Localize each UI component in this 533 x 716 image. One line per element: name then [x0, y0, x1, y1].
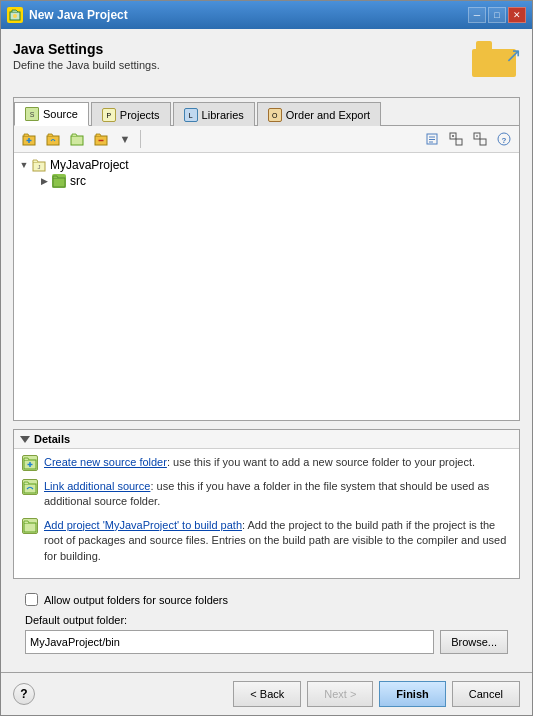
svg-text:?: ? [502, 136, 507, 145]
add-project-build-path-link[interactable]: Add project 'MyJavaProject' to build pat… [44, 519, 242, 531]
title-bar-left: New Java Project [7, 7, 128, 23]
project-name: MyJavaProject [50, 158, 129, 172]
svg-rect-24 [53, 178, 65, 187]
details-toggle-icon [20, 436, 30, 443]
project-node-icon: J [32, 158, 46, 172]
details-body: Create new source folder: use this if yo… [14, 449, 519, 578]
window-icon [7, 7, 23, 23]
browse-button[interactable]: Browse... [440, 630, 508, 654]
main-window: New Java Project ─ □ ✕ Java Settings Def… [0, 0, 533, 716]
detail-item-link-additional: Link additional source: use this if you … [22, 479, 511, 510]
finish-button[interactable]: Finish [379, 681, 445, 707]
libraries-tab-icon: L [184, 108, 198, 122]
project-svg-icon: J [32, 158, 46, 172]
project-expand-toggle[interactable]: ▼ [18, 159, 30, 171]
minimize-button[interactable]: ─ [468, 7, 486, 23]
tab-projects[interactable]: P Projects [91, 102, 171, 126]
tab-bar: S Source P Projects L Libraries O Order … [14, 98, 519, 126]
dialog-title: Java Settings [13, 41, 160, 57]
window-title: New Java Project [29, 8, 128, 22]
header-section: Java Settings Define the Java build sett… [13, 41, 520, 89]
bottom-bar: ? < Back Next > Finish Cancel [1, 672, 532, 715]
add-source-folder-button[interactable] [18, 128, 40, 150]
source-tab-icon: S [25, 107, 39, 121]
output-folder-input-row: Browse... [25, 630, 508, 654]
output-folder-row: Default output folder: Browse... [25, 614, 508, 654]
output-folder-label: Default output folder: [25, 614, 508, 626]
svg-text:J: J [38, 164, 41, 170]
title-bar: New Java Project ─ □ ✕ [1, 1, 532, 29]
collapse-all-button[interactable] [469, 128, 491, 150]
close-button[interactable]: ✕ [508, 7, 526, 23]
svg-rect-29 [24, 523, 36, 532]
toolbar-separator [140, 130, 141, 148]
detail-text-link-additional: Link additional source: use this if you … [44, 479, 511, 510]
maximize-button[interactable]: □ [488, 7, 506, 23]
allow-output-folders-label: Allow output folders for source folders [44, 594, 228, 606]
order-tab-icon: O [268, 108, 282, 122]
src-node-icon [52, 174, 66, 188]
header-text: Java Settings Define the Java build sett… [13, 41, 160, 71]
svg-point-1 [13, 14, 17, 18]
cancel-button[interactable]: Cancel [452, 681, 520, 707]
svg-rect-14 [456, 139, 462, 145]
source-tree[interactable]: ▼ J MyJavaProject ▶ [14, 153, 519, 420]
add-project-icon [22, 518, 38, 534]
output-folder-input[interactable] [25, 630, 434, 654]
tree-toolbar: ▼ [14, 126, 519, 153]
projects-tab-icon: P [102, 108, 116, 122]
back-button[interactable]: < Back [233, 681, 301, 707]
remove-button[interactable] [90, 128, 112, 150]
tabs-container: S Source P Projects L Libraries O Order … [13, 97, 520, 421]
details-header[interactable]: Details [14, 430, 519, 449]
details-section: Details Create new source folder: use th… [13, 429, 520, 579]
project-tree-item[interactable]: ▼ J MyJavaProject [14, 157, 519, 173]
svg-rect-28 [24, 484, 36, 493]
svg-rect-5 [47, 136, 59, 145]
allow-output-folders-row: Allow output folders for source folders [25, 593, 508, 606]
detail-item-add-project: Add project 'MyJavaProject' to build pat… [22, 518, 511, 564]
src-tree-item[interactable]: ▶ src [14, 173, 519, 189]
bottom-options: Allow output folders for source folders … [13, 587, 520, 660]
tree-help-button[interactable]: ? [493, 128, 515, 150]
window-controls: ─ □ ✕ [468, 7, 526, 23]
configure-includes-button[interactable] [421, 128, 443, 150]
link-additional-icon [22, 479, 38, 495]
folder-arrow-icon: ↗ [505, 43, 522, 67]
expand-all-button[interactable] [445, 128, 467, 150]
detail-item-create-new: Create new source folder: use this if yo… [22, 455, 511, 471]
create-new-icon [22, 455, 38, 471]
help-button[interactable]: ? [13, 683, 35, 705]
navigation-buttons: < Back Next > Finish Cancel [233, 681, 520, 707]
tab-order-export[interactable]: O Order and Export [257, 102, 381, 126]
detail-text-create-new: Create new source folder: use this if yo… [44, 455, 475, 470]
dropdown-button[interactable]: ▼ [114, 128, 136, 150]
details-label: Details [34, 433, 70, 445]
link-source-button[interactable] [42, 128, 64, 150]
next-button[interactable]: Next > [307, 681, 373, 707]
dialog-subtitle: Define the Java build settings. [13, 59, 160, 71]
add-existing-button[interactable] [66, 128, 88, 150]
svg-rect-18 [480, 139, 486, 145]
src-folder-icon [52, 174, 66, 188]
allow-output-folders-checkbox[interactable] [25, 593, 38, 606]
tab-libraries[interactable]: L Libraries [173, 102, 255, 126]
toolbar-right: ? [421, 128, 515, 150]
src-expand-toggle[interactable]: ▶ [38, 175, 50, 187]
link-additional-source-link[interactable]: Link additional source [44, 480, 150, 492]
folder-graphic: ↗ [472, 41, 516, 77]
detail-text-add-project: Add project 'MyJavaProject' to build pat… [44, 518, 511, 564]
tab-source[interactable]: S Source [14, 102, 89, 126]
src-label: src [70, 174, 86, 188]
header-icon: ↗ [472, 41, 520, 89]
dialog-content: Java Settings Define the Java build sett… [1, 29, 532, 672]
create-new-source-link[interactable]: Create new source folder [44, 456, 167, 468]
svg-rect-6 [71, 136, 83, 145]
